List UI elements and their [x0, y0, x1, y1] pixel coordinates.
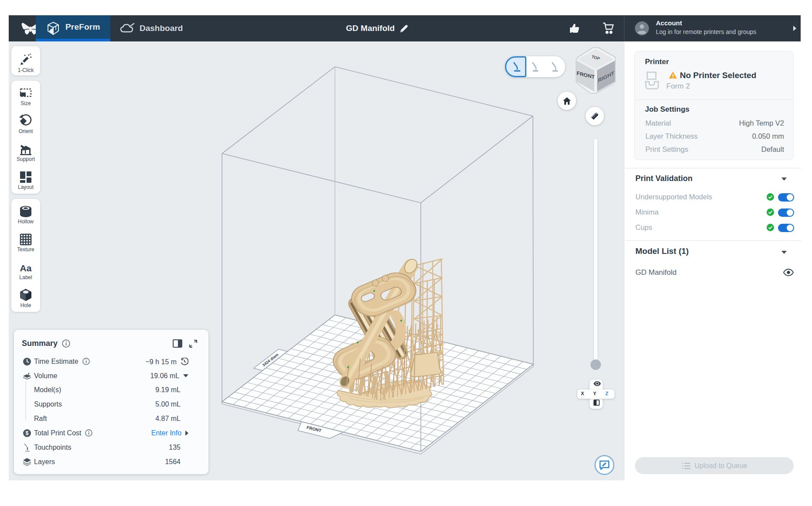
svg-text:$: $ — [26, 430, 29, 436]
